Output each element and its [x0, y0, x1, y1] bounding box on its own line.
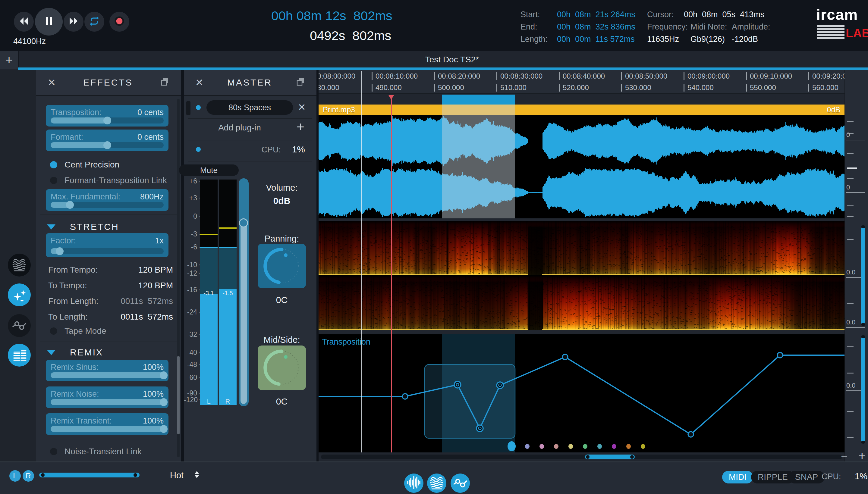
curve-layer-dot[interactable] [641, 444, 645, 449]
footer-range-slider[interactable] [39, 473, 140, 477]
remix-sinus-slider[interactable] [51, 372, 164, 378]
from-tempo-row[interactable]: From Tempo: 120 BPM [48, 265, 173, 275]
horizontal-scrollbar-track[interactable] [321, 455, 842, 459]
plugin-button[interactable]: 80s Spaces [206, 100, 293, 115]
sidebar-waves-view-button[interactable] [8, 254, 31, 277]
stepper-down-icon[interactable] [195, 475, 199, 478]
add-tab-button[interactable]: + [0, 51, 19, 69]
right-channel-button[interactable]: R [23, 470, 34, 482]
selection-overlay[interactable] [442, 104, 515, 218]
add-plugin-icon[interactable]: + [297, 119, 304, 134]
formant-slider-card[interactable]: Formant: 0 cents [46, 130, 168, 151]
spectrogram-left-channel[interactable] [318, 221, 845, 275]
sidebar-document-button[interactable] [8, 344, 31, 366]
horizontal-scrollbar-thumb[interactable] [585, 455, 635, 459]
spectrogram-canvas[interactable] [318, 221, 845, 275]
curve-layer-dot[interactable] [539, 444, 544, 449]
plugin-enabled-dot[interactable] [196, 105, 201, 110]
detach-window-icon[interactable] [160, 77, 169, 88]
rewind-button[interactable] [14, 12, 34, 32]
stepper-up-icon[interactable] [195, 471, 199, 474]
ripple-mode-button[interactable]: RIPPLE [751, 471, 794, 483]
zoom-out-button[interactable]: − [841, 450, 848, 463]
fast-forward-button[interactable] [63, 12, 84, 32]
to-length-row[interactable]: To Length: 0011s 572ms [48, 312, 173, 322]
max-fundamental-slider-card[interactable]: Max. Fundamental: 800Hz [46, 189, 168, 211]
pause-button[interactable] [35, 8, 63, 36]
curve-view-button[interactable] [450, 474, 470, 493]
spectrogram-view-button[interactable] [427, 474, 446, 493]
transposition-slider[interactable] [51, 117, 164, 124]
remix-sinus-slider-card[interactable]: Remix Sinus: 100% [46, 360, 168, 381]
transposition-slider-card[interactable]: Transposition: 0 cents [46, 105, 168, 127]
left-channel-button[interactable]: L [10, 470, 21, 482]
zoom-in-button[interactable]: + [858, 449, 866, 463]
master-enabled-dot[interactable] [196, 147, 201, 152]
factor-slider[interactable] [51, 248, 164, 254]
curve-layer-dot[interactable] [597, 444, 602, 449]
automation-curve-panel[interactable]: Transposition [318, 334, 845, 452]
curve-layer-dot[interactable] [525, 444, 530, 449]
remix-noise-slider[interactable] [51, 399, 164, 405]
collapse-triangle-icon[interactable] [47, 224, 55, 230]
master-volume-fader[interactable] [239, 178, 248, 406]
document-tab-title[interactable]: Test Doc TS2* [36, 55, 868, 64]
formant-slider[interactable] [51, 142, 164, 148]
transposition-curve[interactable] [318, 334, 845, 452]
tape-mode-radio[interactable]: Tape Mode [50, 326, 106, 336]
sidebar-curve-editor-button[interactable] [8, 314, 31, 337]
stretch-section-header[interactable]: STRETCH [47, 222, 119, 232]
close-icon[interactable]: ✕ [48, 78, 56, 87]
remix-noise-slider-card[interactable]: Remix Noise: 100% [46, 386, 168, 408]
selection-range-bar[interactable] [442, 95, 515, 104]
curve-layer-dot[interactable] [507, 441, 516, 451]
to-tempo-row[interactable]: To Tempo: 120 BPM [48, 281, 173, 290]
selection-strip[interactable] [318, 94, 845, 104]
midside-knob[interactable] [258, 345, 306, 390]
preset-stepper[interactable] [195, 471, 199, 478]
remix-transient-slider[interactable] [51, 426, 164, 432]
detach-window-icon[interactable] [296, 77, 305, 88]
effects-scrollbar-track[interactable] [177, 99, 180, 457]
length-value[interactable]: 00h 00m 11s 572ms [557, 35, 635, 44]
preset-selector[interactable]: Hot [170, 471, 184, 480]
spectrogram-right-channel[interactable] [318, 276, 845, 330]
fader-thumb[interactable] [239, 218, 248, 227]
playhead-marker[interactable] [388, 95, 394, 100]
waveform-view[interactable] [318, 115, 845, 218]
effects-scrollbar-thumb[interactable] [177, 356, 180, 434]
track-name[interactable]: Print.mp3 [323, 106, 355, 114]
record-button[interactable] [109, 12, 129, 32]
noise-transient-link-radio[interactable]: Noise-Transient Link [50, 447, 142, 456]
curve-layer-dot[interactable] [568, 444, 573, 449]
spectrogram-canvas[interactable] [318, 276, 845, 330]
curve-layer-dot[interactable] [583, 444, 587, 449]
loop-button[interactable] [85, 12, 104, 32]
cent-precision-radio[interactable]: Cent Precision [50, 160, 119, 169]
end-value[interactable]: 00h 08m 32s 836ms [557, 22, 635, 32]
mute-button[interactable]: Mute [179, 165, 239, 176]
formant-transposition-link-radio[interactable]: Formant-Transposition Link [50, 176, 167, 185]
timeline-ruler[interactable]: 00:08:00:000480.00000:08:10:000490.00000… [318, 70, 845, 94]
factor-slider-card[interactable]: Factor: 1x [46, 233, 168, 257]
panning-knob[interactable] [258, 244, 306, 288]
snap-mode-button[interactable]: SNAP [789, 471, 825, 483]
remix-transient-slider-card[interactable]: Remix Transient: 100% [46, 413, 168, 435]
waveform-canvas[interactable] [318, 115, 845, 218]
sidebar-effects-button[interactable] [8, 283, 31, 306]
waveform-view-button[interactable] [404, 474, 423, 493]
volume-value[interactable]: 0dB [250, 196, 313, 206]
panning-value[interactable]: 0C [250, 295, 313, 305]
track-gain[interactable]: 0dB [827, 106, 840, 114]
remix-section-header[interactable]: REMIX [47, 348, 103, 357]
remove-plugin-icon[interactable]: ✕ [298, 102, 306, 112]
curve-layer-dot[interactable] [612, 444, 616, 449]
close-icon[interactable]: ✕ [195, 78, 203, 87]
track-header-bar[interactable]: Print.mp3 0dB [318, 104, 845, 115]
curve-layer-dot[interactable] [554, 444, 558, 449]
collapse-triangle-icon[interactable] [47, 350, 55, 355]
max-fundamental-slider[interactable] [51, 202, 164, 208]
plugin-drag-handle[interactable] [186, 101, 190, 115]
add-plugin-label[interactable]: Add plug-in [184, 123, 295, 133]
curve-layer-dot[interactable] [626, 444, 631, 449]
